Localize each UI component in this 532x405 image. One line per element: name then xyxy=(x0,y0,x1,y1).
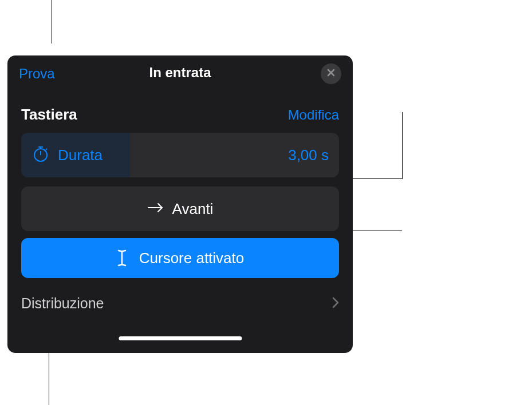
callout-line xyxy=(49,351,49,405)
section-header: Tastiera Modifica xyxy=(7,90,353,133)
cursore-label: Cursore attivato xyxy=(139,249,245,267)
distribuzione-label: Distribuzione xyxy=(21,295,104,312)
panel-title: In entrata xyxy=(149,65,211,81)
callout-line xyxy=(402,112,403,179)
cursor-icon xyxy=(116,249,128,267)
home-indicator[interactable] xyxy=(119,336,242,340)
durata-label: Durata xyxy=(58,146,103,164)
arrow-right-icon xyxy=(147,202,164,216)
prova-button[interactable]: Prova xyxy=(19,66,55,82)
stopwatch-icon xyxy=(31,145,50,165)
distribuzione-row[interactable]: Distribuzione xyxy=(7,278,353,312)
chevron-right-icon xyxy=(332,297,339,311)
callout-line xyxy=(352,178,402,179)
callout-line xyxy=(52,0,52,43)
close-icon xyxy=(326,68,336,80)
durata-value: 3,00 s xyxy=(288,146,329,164)
avanti-label: Avanti xyxy=(172,200,214,218)
svg-line-11 xyxy=(119,265,121,265)
row-container: Durata 3,00 s Avanti xyxy=(7,133,353,278)
close-button[interactable] xyxy=(321,63,341,84)
avanti-button[interactable]: Avanti xyxy=(21,186,339,231)
svg-line-9 xyxy=(119,251,121,251)
settings-panel: Prova In entrata Tastiera Modifica xyxy=(7,55,353,353)
svg-line-12 xyxy=(123,265,125,265)
panel-header: Prova In entrata xyxy=(7,55,353,90)
durata-row[interactable]: Durata 3,00 s xyxy=(21,133,339,177)
svg-line-6 xyxy=(46,149,47,150)
modifica-button[interactable]: Modifica xyxy=(288,107,339,123)
section-title: Tastiera xyxy=(21,106,77,124)
cursore-button[interactable]: Cursore attivato xyxy=(21,238,339,278)
svg-line-10 xyxy=(123,251,125,251)
